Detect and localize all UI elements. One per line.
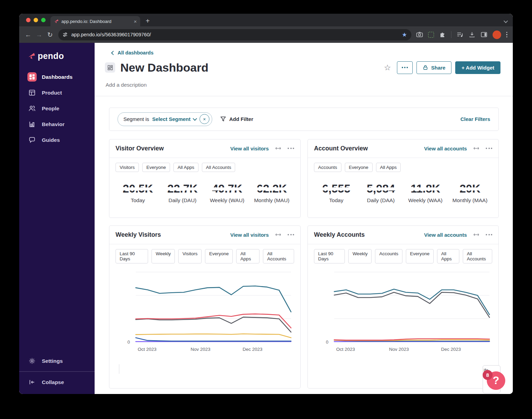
site-settings-icon[interactable] (62, 32, 68, 37)
capture-area-icon[interactable] (428, 32, 434, 38)
stat-value: 20.5K (123, 183, 153, 194)
resize-widget-icon[interactable] (275, 233, 282, 237)
segment-filter-pill[interactable]: Segment is Select Segment × (118, 112, 212, 126)
media-playlist-icon[interactable] (457, 31, 463, 38)
browser-tabstrip: app.pendo.io: Dashboard × + (19, 14, 513, 26)
view-all-accounts-link[interactable]: View all accounts (424, 232, 467, 238)
stat-label: Daily (DAA) (359, 197, 403, 204)
header-actions: ☆ Share + Add Widget (384, 61, 500, 74)
visitor-overview-card: Visitor Overview View all visitors (109, 139, 301, 218)
card-menu-icon[interactable] (486, 234, 492, 235)
sidebar-item-guides[interactable]: Guides (25, 134, 89, 146)
share-button[interactable]: Share (416, 61, 452, 74)
tab-close-icon[interactable]: × (134, 19, 137, 24)
weekly-accounts-line-chart: 0Oct 2023Nov 2023Dec 2023 (314, 268, 492, 352)
sidebar-collapse-button[interactable]: Collapse (25, 376, 89, 389)
tag: Visitors (178, 249, 202, 263)
forward-icon[interactable]: → (34, 32, 45, 38)
toolbar-divider (451, 31, 451, 38)
back-icon[interactable]: ← (23, 32, 34, 38)
sidebar-item-dashboards[interactable]: Dashboards (25, 71, 89, 83)
tag: All Accounts (202, 163, 235, 172)
screen: app.pendo.io: Dashboard × + ← → ↻ app.pe… (0, 0, 532, 419)
clear-filters-button[interactable]: Clear Filters (460, 116, 490, 122)
tag: Everyone (345, 163, 373, 172)
filter-bar: Segment is Select Segment × Add Filt (109, 108, 499, 131)
weekly-visitors-line-chart: 0Oct 2023Nov 2023Dec 2023 (116, 268, 294, 352)
zoom-window-button[interactable] (41, 18, 46, 22)
tag: Everyone (205, 249, 233, 263)
pendo-favicon (54, 19, 59, 24)
view-all-visitors-link[interactable]: View all visitors (230, 146, 269, 151)
all-dashboards-back-link[interactable]: All dashboards (112, 50, 154, 56)
sidebar-item-settings[interactable]: Settings (25, 355, 89, 367)
tag: All Apps (173, 163, 198, 172)
profile-avatar[interactable] (493, 30, 501, 39)
downloads-icon[interactable] (469, 31, 475, 38)
url-text[interactable]: app.pendo.io/s/5636396017909760/ (71, 32, 402, 37)
sidebar-item-label: Guides (42, 137, 60, 143)
sidebar-item-people[interactable]: People (25, 102, 89, 115)
tag: Weekly (348, 249, 372, 263)
resize-widget-icon[interactable] (473, 233, 480, 237)
browser-menu-icon[interactable] (506, 32, 508, 38)
remove-segment-filter-button[interactable]: × (200, 114, 209, 124)
tag: Visitors (116, 163, 139, 172)
close-window-button[interactable] (26, 18, 31, 22)
sidebar-item-product[interactable]: Product (25, 86, 89, 99)
product-icon (27, 89, 37, 96)
stat-value: 6,555 (322, 183, 351, 194)
sidebar-item-label: Settings (42, 358, 63, 364)
view-all-visitors-link[interactable]: View all visitors (230, 232, 269, 238)
card-menu-icon[interactable] (288, 148, 294, 149)
dashboard-description-placeholder[interactable]: Add a description (106, 82, 513, 88)
stat-label: Monthly (MAA) (448, 197, 492, 204)
card-body: Visitors Everyone All Apps All Accounts … (109, 158, 300, 208)
url-bar[interactable]: app.pendo.io/s/5636396017909760/ ★ (58, 29, 411, 40)
resize-widget-icon[interactable] (473, 146, 480, 150)
card-menu-icon[interactable] (486, 148, 492, 149)
stat-today: 6,555 Today (314, 183, 359, 204)
weekly-accounts-card: Weekly Accounts View all accounts (307, 225, 499, 389)
line-chart-svg: 0Oct 2023Nov 2023Dec 2023 (116, 268, 295, 352)
lock-icon (423, 65, 428, 70)
browser-tab[interactable]: app.pendo.io: Dashboard × (50, 16, 140, 26)
stat-daa: 5,984 Daily (DAA) (359, 183, 403, 204)
stat-value: 20K (460, 183, 481, 194)
sidebar-item-label: Dashboards (42, 74, 73, 80)
side-panel-icon[interactable] (481, 31, 487, 38)
extensions-puzzle-icon[interactable] (439, 31, 446, 38)
add-widget-button[interactable]: + Add Widget (455, 61, 500, 74)
weekly-visitors-card: Weekly Visitors View all visitors (109, 225, 301, 389)
card-title: Weekly Visitors (116, 231, 161, 238)
resize-widget-icon[interactable] (275, 146, 282, 150)
add-filter-button[interactable]: Add Filter (220, 116, 253, 122)
series-line-teal (334, 289, 489, 315)
series-line-teal (136, 286, 291, 312)
view-all-accounts-link[interactable]: View all accounts (424, 146, 467, 151)
new-tab-button[interactable]: + (146, 17, 150, 24)
screenshot-camera-icon[interactable] (416, 31, 423, 38)
tag: All Apps (236, 249, 259, 263)
main-area: All dashboards New Dashboard ☆ (95, 43, 513, 394)
card-tags: Last 90 Days Weekly Accounts Everyone Al… (314, 249, 492, 263)
tag: Weekly (152, 249, 175, 263)
y-tick-label: 0 (326, 340, 328, 345)
card-header: Visitor Overview View all visitors (109, 139, 300, 158)
minimize-window-button[interactable] (34, 18, 38, 22)
reload-icon[interactable]: ↻ (45, 32, 56, 38)
card-body: Accounts Everyone All Apps 6,555 Today (308, 158, 498, 208)
pendo-logo[interactable]: pendo (28, 51, 95, 61)
more-options-button[interactable] (397, 61, 413, 74)
sidebar-nav: Dashboards Product (19, 71, 95, 146)
favorite-star-icon[interactable]: ☆ (384, 63, 391, 72)
segment-select-dropdown[interactable]: Select Segment (152, 116, 196, 122)
tag: Everyone (142, 163, 170, 172)
sidebar-footer: Settings Collapse (19, 355, 95, 394)
stat-label: Daily (DAU) (160, 197, 205, 204)
tab-search-chevron-icon[interactable] (504, 18, 507, 24)
bookmark-star-icon[interactable]: ★ (402, 31, 407, 38)
sidebar-item-behavior[interactable]: Behavior (25, 118, 89, 131)
card-menu-icon[interactable] (288, 234, 294, 235)
stat-mau: 62.2K Monthly (MAU) (250, 183, 294, 204)
